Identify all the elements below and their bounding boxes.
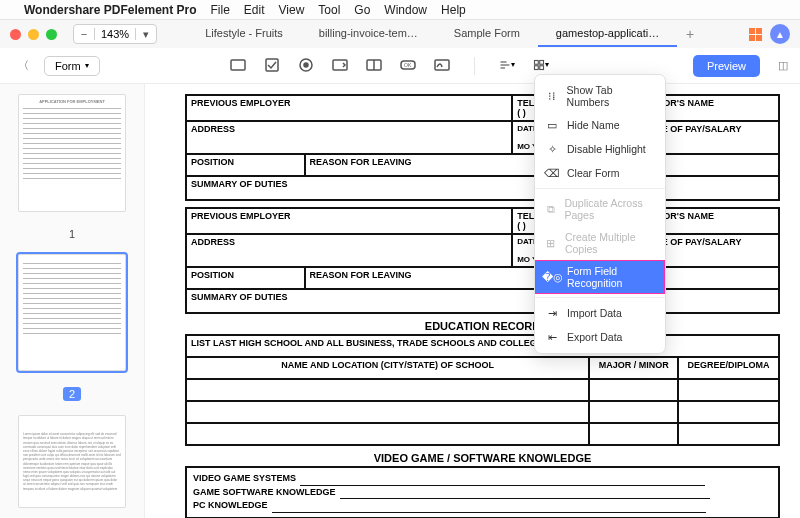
signature-icon[interactable] (434, 57, 450, 73)
menu-form-field-recognition[interactable]: �◎Form Field Recognition (535, 260, 665, 294)
videogame-block: VIDEO GAME SYSTEMS GAME SOFTWARE KNOWLED… (185, 466, 780, 518)
fullscreen-window-icon[interactable] (46, 29, 57, 40)
svg-rect-16 (539, 65, 543, 69)
document-tabs: Lifestyle - Fruits billing-invoice-tem… … (187, 20, 742, 48)
recognition-icon: �◎ (545, 270, 559, 284)
app-grid-icon[interactable] (748, 27, 762, 41)
menu-window[interactable]: Window (384, 3, 427, 17)
panel-toggle-icon[interactable]: ◫ (778, 59, 788, 72)
duplicate-icon: ⧉ (545, 202, 556, 216)
menu-edit[interactable]: Edit (244, 3, 265, 17)
videogame-title: VIDEO GAME / SOFTWARE KNOWLEDGE (185, 452, 780, 464)
svg-rect-14 (539, 60, 543, 64)
minimize-window-icon[interactable] (28, 29, 39, 40)
radio-icon[interactable] (298, 57, 314, 73)
form-mode-dropdown[interactable]: Form ▾ (44, 56, 100, 76)
import-icon: ⇥ (545, 306, 559, 320)
education-title: EDUCATION RECORD (185, 320, 780, 332)
education-table: LIST LAST HIGH SCHOOL AND ALL BUSINESS, … (185, 334, 780, 446)
align-dropdown[interactable]: ▾ (499, 57, 515, 73)
page-number-2: 2 (63, 387, 81, 401)
tab-gamestop[interactable]: gamestop-applicati… (538, 21, 677, 47)
combo-icon[interactable] (332, 57, 348, 73)
menu-hide-name[interactable]: ▭Hide Name (535, 113, 665, 137)
menu-multiple-copies: ⊞Create Multiple Copies (535, 226, 665, 260)
mac-menubar: Wondershare PDFelement Pro File Edit Vie… (0, 0, 800, 20)
menu-import-data[interactable]: ⇥Import Data (535, 301, 665, 325)
page-thumb-2[interactable] (18, 254, 126, 372)
menu-show-tab-numbers[interactable]: ⁝⁞Show Tab Numbers (535, 79, 665, 113)
traffic-lights (10, 29, 57, 40)
checkbox-icon[interactable] (264, 57, 280, 73)
clear-icon: ⌫ (545, 166, 559, 180)
preview-button[interactable]: Preview (693, 55, 760, 77)
menu-clear-form[interactable]: ⌫Clear Form (535, 161, 665, 185)
zoom-control: − 143% ▾ (73, 24, 157, 44)
zoom-value: 143% (94, 28, 136, 40)
menu-go[interactable]: Go (354, 3, 370, 17)
menu-tool[interactable]: Tool (318, 3, 340, 17)
menu-view[interactable]: View (279, 3, 305, 17)
tab-lifestyle[interactable]: Lifestyle - Fruits (187, 21, 301, 47)
menu-export-data[interactable]: ⇤Export Data (535, 325, 665, 349)
menu-disable-highlight[interactable]: ✧Disable Highlight (535, 137, 665, 161)
window-bar: − 143% ▾ Lifestyle - Fruits billing-invo… (0, 20, 800, 48)
menu-help[interactable]: Help (441, 3, 466, 17)
new-tab-button[interactable]: + (677, 26, 703, 42)
menu-file[interactable]: File (211, 3, 230, 17)
user-avatar[interactable]: ▲ (770, 24, 790, 44)
back-button[interactable]: 〈 (12, 58, 34, 73)
tab-sample[interactable]: Sample Form (436, 21, 538, 47)
document-canvas[interactable]: PREVIOUS EMPLOYER TELEPHONE( ) SUPERVISO… (145, 84, 800, 518)
svg-rect-1 (266, 59, 278, 71)
form-tool-icons: OK ▾ ▾ (230, 57, 549, 75)
svg-text:OK: OK (404, 62, 412, 68)
thumbnail-sidebar: APPLICATION FOR EMPLOYMENT 1 2 Lorem ips… (0, 84, 145, 518)
form-mode-label: Form (55, 60, 81, 72)
zoom-out-button[interactable]: − (74, 25, 94, 43)
highlight-icon: ✧ (545, 142, 559, 156)
employer-block-2: PREVIOUS EMPLOYER TELEPHONE( ) SUPERVISO… (185, 207, 780, 314)
svg-rect-15 (534, 65, 538, 69)
menu-duplicate-pages: ⧉Duplicate Across Pages (535, 192, 665, 226)
toolbar: 〈 Form ▾ OK ▾ ▾ Preview ◫ (0, 48, 800, 84)
text-field-icon[interactable] (230, 57, 246, 73)
svg-rect-0 (231, 60, 245, 70)
app-name: Wondershare PDFelement Pro (24, 3, 197, 17)
tab-billing[interactable]: billing-invoice-tem… (301, 21, 436, 47)
page-thumb-3[interactable]: Lorem ipsum dolor sit amet consectetur a… (18, 415, 126, 508)
copies-icon: ⊞ (545, 236, 557, 250)
tag-icon: ▭ (545, 118, 559, 132)
more-tools-dropdown[interactable]: ▾ (533, 57, 549, 73)
numbers-icon: ⁝⁞ (545, 89, 559, 103)
svg-point-3 (304, 63, 308, 67)
button-icon[interactable]: OK (400, 57, 416, 73)
chevron-down-icon: ▾ (85, 61, 89, 70)
export-icon: ⇤ (545, 330, 559, 344)
list-icon[interactable] (366, 57, 382, 73)
svg-rect-13 (534, 60, 538, 64)
page-number-1: 1 (69, 228, 75, 240)
form-more-menu: ⁝⁞Show Tab Numbers ▭Hide Name ✧Disable H… (534, 74, 666, 354)
page-thumb-1[interactable]: APPLICATION FOR EMPLOYMENT (18, 94, 126, 212)
employer-block-1: PREVIOUS EMPLOYER TELEPHONE( ) SUPERVISO… (185, 94, 780, 201)
zoom-in-button[interactable]: ▾ (136, 25, 156, 43)
close-window-icon[interactable] (10, 29, 21, 40)
separator (474, 57, 475, 75)
